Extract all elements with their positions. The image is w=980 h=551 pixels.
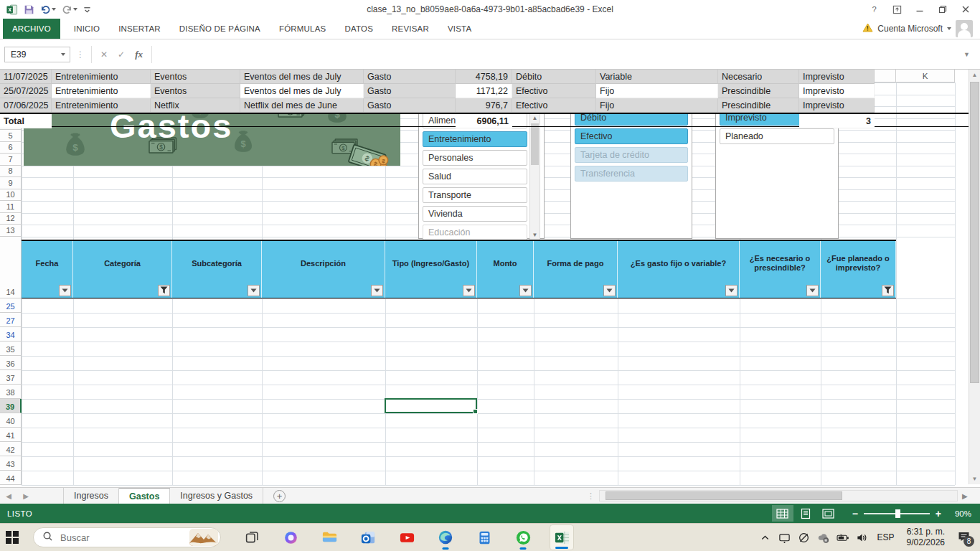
slicer-item[interactable]: Vivienda (423, 206, 527, 222)
excel-icon[interactable] (550, 524, 574, 550)
ribbon-tab-archivo[interactable]: ARCHIVO (3, 19, 60, 39)
filter-dropdown-button[interactable] (725, 285, 738, 296)
sheet-nav-right-icon[interactable]: ▶ (17, 488, 34, 504)
sheet-tab-ingresos[interactable]: Ingresos (63, 488, 119, 504)
task-view-icon[interactable] (240, 524, 264, 550)
filter-applied-button[interactable] (158, 285, 170, 296)
volume-icon[interactable] (855, 530, 870, 545)
do-not-disturb-icon[interactable] (797, 530, 811, 545)
cancel-icon[interactable]: ✕ (100, 50, 108, 60)
slicer-item[interactable]: Planeado (720, 128, 834, 144)
vertical-scrollbar[interactable]: ▲ ▼ (969, 70, 980, 484)
formula-input[interactable] (152, 46, 958, 63)
notification-center[interactable]: 8 (954, 528, 973, 547)
slicer-scroll-thumb[interactable] (531, 123, 539, 165)
avatar[interactable] (956, 20, 973, 37)
filter-applied-button[interactable] (882, 285, 894, 296)
filter-dropdown-button[interactable] (603, 285, 616, 296)
name-box[interactable]: E39 (4, 47, 70, 62)
wireless-display-icon[interactable] (778, 530, 792, 545)
ribbon-tab-f-rmulas[interactable]: FÓRMULAS (270, 19, 336, 39)
row-header-40[interactable]: 40 (0, 413, 22, 428)
ribbon-display-options-icon[interactable] (887, 1, 907, 17)
slicer-item[interactable]: Personales (423, 150, 527, 166)
zoom-slider[interactable] (864, 513, 930, 514)
outlook-icon[interactable] (356, 524, 380, 550)
slicer-scrollbar[interactable]: ▲▼ (529, 113, 540, 240)
row-header-37[interactable]: 37 (0, 370, 22, 385)
row-header-7[interactable]: 7 (0, 154, 22, 166)
onedrive-paused-icon[interactable] (816, 530, 831, 545)
selected-cell[interactable] (385, 398, 477, 413)
filter-dropdown-button[interactable] (59, 285, 71, 296)
normal-view-icon[interactable] (772, 505, 793, 522)
sheet-tab-gastos[interactable]: Gastos (119, 488, 170, 504)
ribbon-tab-revisar[interactable]: REVISAR (382, 19, 438, 39)
horizontal-scrollbar[interactable] (599, 490, 958, 501)
redo-caret-icon[interactable] (73, 8, 77, 11)
row-header-10[interactable]: 10 (0, 189, 22, 202)
zoom-out-icon[interactable]: − (852, 508, 858, 519)
ribbon-tab-dise-o-de-p-gina[interactable]: DISEÑO DE PÁGINA (170, 19, 270, 39)
scroll-down-icon[interactable]: ▼ (969, 474, 980, 484)
copilot-icon[interactable] (278, 524, 303, 550)
formula-bar-expand-icon[interactable]: ▼ (958, 51, 976, 58)
row-header-34[interactable]: 34 (0, 327, 22, 342)
row-header-39[interactable]: 39 (0, 399, 22, 413)
sheet-tab-ingresos-y-gastos[interactable]: Ingresos y Gastos (170, 488, 263, 504)
save-icon[interactable] (24, 4, 34, 15)
row-header-27[interactable]: 27 (0, 313, 22, 327)
filter-dropdown-button[interactable] (248, 285, 260, 296)
horizontal-scroll-thumb[interactable] (606, 491, 842, 500)
language-indicator[interactable]: ESP (875, 532, 897, 542)
clock[interactable]: 6:31 p. m. 9/02/2026 (903, 527, 949, 548)
start-button[interactable] (0, 531, 24, 544)
enter-icon[interactable]: ✓ (118, 50, 125, 60)
slicer-item[interactable]: Transporte (423, 187, 527, 203)
row-header-9[interactable]: 9 (0, 177, 22, 189)
ribbon-tab-vista[interactable]: VISTA (438, 19, 481, 39)
zoom-level[interactable]: 90% (947, 509, 971, 518)
row-header-38[interactable]: 38 (0, 385, 22, 399)
undo-caret-icon[interactable] (52, 8, 56, 11)
filter-dropdown-button[interactable] (463, 285, 475, 296)
search-input[interactable] (59, 532, 189, 544)
edge-icon[interactable] (433, 524, 458, 550)
slicer-scroll-down-icon[interactable]: ▼ (530, 230, 540, 240)
redo-icon[interactable] (62, 5, 77, 14)
search-highlight-thumbnail[interactable] (189, 529, 218, 546)
taskbar-search[interactable] (33, 527, 221, 547)
slicer-item[interactable]: Tarjeta de crédito (575, 147, 688, 163)
tabbar-resize-grip[interactable]: ⋮ (587, 488, 595, 504)
slicer-item[interactable]: Salud (423, 169, 527, 184)
row-header-13[interactable]: 13 (0, 225, 22, 237)
file-explorer-icon[interactable] (317, 524, 341, 550)
slicer-item[interactable]: Educación (423, 225, 527, 240)
row-header-14[interactable]: 14 (0, 237, 22, 298)
zoom-slider-thumb[interactable] (895, 509, 900, 518)
battery-icon[interactable] (836, 530, 850, 545)
slicer-item[interactable]: Efectivo (575, 128, 688, 144)
filter-dropdown-button[interactable] (519, 285, 532, 296)
row-header-44[interactable]: 44 (0, 471, 22, 485)
undo-icon[interactable] (40, 5, 56, 14)
row-header-6[interactable]: 6 (0, 142, 22, 154)
row-header-12[interactable]: 12 (0, 213, 22, 225)
new-sheet-button[interactable]: + (273, 490, 286, 502)
whatsapp-icon[interactable] (511, 524, 535, 550)
close-icon[interactable] (956, 1, 976, 17)
slicer-item[interactable]: Entretenimiento (423, 131, 527, 147)
scroll-up-icon[interactable]: ▲ (969, 70, 980, 80)
filter-dropdown-button[interactable] (371, 285, 383, 296)
ribbon-tab-datos[interactable]: DATOS (335, 19, 382, 39)
customize-qat-icon[interactable] (83, 6, 91, 14)
chevron-up-icon[interactable] (758, 530, 773, 545)
row-header-5[interactable]: 5 (0, 130, 22, 142)
row-header-8[interactable]: 8 (0, 166, 22, 178)
row-header-41[interactable]: 41 (0, 428, 22, 442)
row-header-42[interactable]: 42 (0, 442, 22, 456)
filter-dropdown-button[interactable] (806, 285, 819, 296)
help-icon[interactable]: ? (864, 1, 884, 17)
ribbon-tab-insertar[interactable]: INSERTAR (109, 19, 170, 39)
row-header-35[interactable]: 35 (0, 342, 22, 356)
